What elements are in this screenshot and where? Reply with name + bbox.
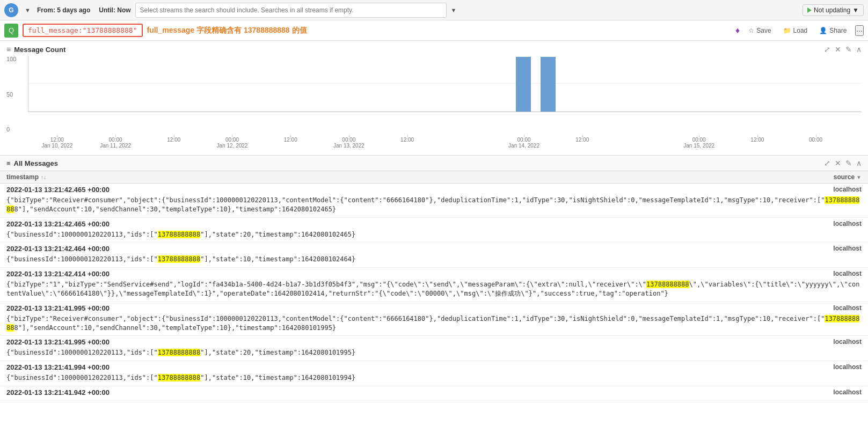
main-toolbar: G ▼ From: 5 days ago Until: Now ▼ Not up… bbox=[0, 0, 868, 20]
app-logo: G bbox=[4, 3, 18, 17]
chart-edit-icon[interactable]: ✎ bbox=[845, 45, 852, 54]
chart-collapse-icon[interactable]: ∧ bbox=[856, 45, 862, 54]
messages-collapse-icon[interactable]: ∧ bbox=[856, 159, 862, 167]
source-value-1: localhost bbox=[833, 220, 862, 228]
y-label-0: 0 bbox=[6, 126, 16, 133]
chart-wrapper: 100 50 0 12:00Jan 10, 202200:00Jan 11, 2… bbox=[6, 56, 862, 155]
search-query[interactable]: full_message:"13788888888" bbox=[23, 24, 143, 37]
col-header-timestamp[interactable]: timestamp ↑↓ bbox=[6, 173, 125, 181]
x-tick-3 bbox=[232, 135, 232, 137]
chart-bar-1 bbox=[541, 57, 556, 112]
timestamp-value-3: 2022-01-13 13:21:42.414 +00:00 bbox=[6, 270, 110, 278]
messages-title-text: All Messages bbox=[14, 159, 58, 167]
messages-section: ≡ All Messages ⤢ ✕ ✎ ∧ timestamp ↑↓ sour… bbox=[0, 156, 868, 402]
search-icon: Q bbox=[9, 26, 14, 34]
timestamp-value-5: 2022-01-13 13:21:41.995 +00:00 bbox=[6, 338, 110, 346]
x-tick-6 bbox=[407, 135, 408, 137]
source-value-5: localhost bbox=[833, 338, 862, 346]
chart-x-labels: 12:00Jan 10, 202200:00Jan 11, 202212:000… bbox=[28, 135, 862, 155]
col-header-source[interactable]: source ▼ bbox=[808, 173, 862, 181]
y-label-100: 100 bbox=[6, 56, 16, 62]
message-body-2: {"businessId":1000000120220113,"ids":["1… bbox=[0, 254, 868, 267]
y-label-50: 50 bbox=[6, 91, 16, 98]
x-tick-9 bbox=[699, 135, 699, 137]
message-timestamp-6[interactable]: 2022-01-13 13:21:41.994 +00:00localhost bbox=[0, 361, 868, 372]
star-icon: ☆ bbox=[748, 27, 754, 34]
x-tick-1 bbox=[115, 135, 116, 137]
stream-dropdown-arrow[interactable]: ▼ bbox=[451, 7, 457, 13]
messages-resize-icon[interactable]: ⤢ bbox=[824, 159, 830, 167]
source-value-0: localhost bbox=[833, 186, 862, 194]
share-button[interactable]: 👤 Share bbox=[816, 26, 850, 35]
chart-bar-0 bbox=[516, 57, 531, 112]
grid-line-0 bbox=[28, 111, 862, 112]
message-body-4: {"bizType":"Receiver#consumer","object":… bbox=[0, 313, 868, 336]
x-tick-0 bbox=[57, 135, 57, 137]
x-tick-2 bbox=[174, 135, 174, 137]
message-body-6: {"businessId":1000000120220113,"ids":["1… bbox=[0, 372, 868, 386]
message-timestamp-5[interactable]: 2022-01-13 13:21:41.995 +00:00localhost bbox=[0, 336, 868, 347]
chart-area bbox=[28, 56, 862, 112]
bookmark-icon: ♦ bbox=[735, 26, 740, 35]
search-bar: Q full_message:"13788888888" full_messag… bbox=[0, 20, 868, 41]
messages-close-icon[interactable]: ✕ bbox=[835, 159, 841, 167]
x-tick-4 bbox=[290, 135, 291, 137]
message-timestamp-4[interactable]: 2022-01-13 13:21:41.995 +00:00localhost bbox=[0, 302, 868, 313]
source-value-2: localhost bbox=[833, 245, 862, 253]
highlighted-value-2: 13788888888 bbox=[158, 255, 200, 263]
messages-list: 2022-01-13 13:21:42.465 +00:00localhost{… bbox=[0, 183, 868, 402]
chart-header: ≡ Message Count ⤢ ✕ ✎ ∧ bbox=[6, 45, 862, 54]
share-icon: 👤 bbox=[819, 27, 827, 34]
timestamp-value-1: 2022-01-13 13:21:42.465 +00:00 bbox=[6, 220, 110, 228]
column-headers: timestamp ↑↓ source ▼ bbox=[0, 171, 868, 183]
not-updating-button[interactable]: Not updating ▼ bbox=[803, 4, 864, 16]
chart-close-icon[interactable]: ✕ bbox=[835, 45, 841, 54]
chart-title: Message Count bbox=[14, 46, 65, 54]
message-timestamp-7[interactable]: 2022-01-13 13:21:41.942 +00:00localhost bbox=[0, 386, 868, 398]
source-value-7: localhost bbox=[833, 388, 862, 396]
messages-header: ≡ All Messages ⤢ ✕ ✎ ∧ bbox=[0, 156, 868, 171]
until-label: Until: Now bbox=[99, 6, 130, 14]
message-timestamp-0[interactable]: 2022-01-13 13:21:42.465 +00:00localhost bbox=[0, 183, 868, 195]
message-body-0: {"bizType":"Receiver#consumer","object":… bbox=[0, 195, 868, 217]
x-tick-8 bbox=[582, 135, 583, 137]
stream-select-input[interactable] bbox=[135, 3, 447, 18]
x-label-1: 00:00Jan 11, 2022 bbox=[100, 137, 131, 149]
message-body-7 bbox=[0, 398, 868, 402]
messages-title: ≡ All Messages bbox=[6, 159, 58, 167]
chart-section: ≡ Message Count ⤢ ✕ ✎ ∧ 100 50 0 12:00Ja… bbox=[0, 41, 868, 156]
x-label-11: 00:00 bbox=[809, 137, 822, 143]
messages-hamburger-icon: ≡ bbox=[6, 159, 11, 167]
source-filter-icon[interactable]: ▼ bbox=[856, 174, 862, 180]
more-button[interactable]: ··· bbox=[855, 25, 864, 36]
timestamp-value-6: 2022-01-13 13:21:41.994 +00:00 bbox=[6, 363, 110, 371]
grid-line-50 bbox=[28, 83, 862, 84]
source-value-3: localhost bbox=[833, 270, 862, 278]
message-row-5: 2022-01-13 13:21:41.995 +00:00localhost{… bbox=[0, 336, 868, 361]
messages-edit-icon[interactable]: ✎ bbox=[845, 159, 852, 167]
x-label-4: 12:00 bbox=[284, 137, 297, 143]
x-label-5: 00:00Jan 13, 2022 bbox=[333, 137, 364, 149]
message-body-5: {"businessId":1000000120220113,"ids":["1… bbox=[0, 347, 868, 361]
chart-title-group: ≡ Message Count bbox=[6, 45, 65, 54]
timestamp-value-4: 2022-01-13 13:21:41.995 +00:00 bbox=[6, 304, 110, 312]
search-button[interactable]: Q bbox=[4, 24, 18, 38]
message-timestamp-1[interactable]: 2022-01-13 13:21:42.465 +00:00localhost bbox=[0, 218, 868, 229]
timestamp-value-7: 2022-01-13 13:21:41.942 +00:00 bbox=[6, 388, 110, 396]
toolbar-dropdown-button[interactable]: ▼ bbox=[23, 6, 33, 14]
x-label-3: 00:00Jan 12, 2022 bbox=[217, 137, 248, 149]
x-label-6: 12:00 bbox=[400, 137, 414, 143]
timestamp-sort-icon[interactable]: ↑↓ bbox=[41, 174, 46, 180]
x-label-8: 12:00 bbox=[575, 137, 589, 143]
chart-y-labels: 100 50 0 bbox=[6, 56, 16, 134]
play-icon bbox=[807, 8, 812, 13]
chart-resize-icon[interactable]: ⤢ bbox=[824, 45, 830, 54]
x-tick-11 bbox=[816, 135, 816, 137]
message-body-3: {"bizType":"1","bizType":"SendService#se… bbox=[0, 279, 868, 302]
load-button[interactable]: 📁 Load bbox=[780, 26, 811, 35]
message-timestamp-2[interactable]: 2022-01-13 13:21:42.464 +00:00localhost bbox=[0, 243, 868, 254]
message-timestamp-3[interactable]: 2022-01-13 13:21:42.414 +00:00localhost bbox=[0, 268, 868, 279]
message-row-3: 2022-01-13 13:21:42.414 +00:00localhost{… bbox=[0, 268, 868, 302]
message-row-6: 2022-01-13 13:21:41.994 +00:00localhost{… bbox=[0, 361, 868, 386]
save-button[interactable]: ☆ Save bbox=[745, 26, 774, 35]
